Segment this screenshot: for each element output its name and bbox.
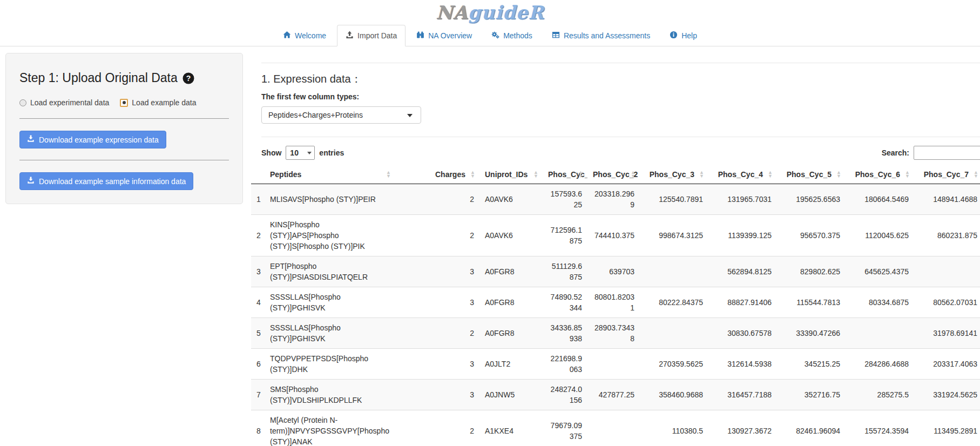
table-cell: 511129.6875 <box>543 256 587 287</box>
column-header-phos_cyc_4[interactable]: Phos_Cyc_4▲▼ <box>708 165 777 184</box>
radio-label: Load example data <box>132 98 196 107</box>
table-cell: 427877.25 <box>587 380 640 410</box>
radio-load-experimental[interactable]: Load experimental data <box>19 98 109 107</box>
table-cell: 80562.07031 <box>914 287 980 318</box>
sort-icon: ▲▼ <box>386 171 391 178</box>
question-circle-icon[interactable]: ? <box>183 72 194 84</box>
table-cell <box>640 318 708 349</box>
content-mid-divider <box>261 137 980 137</box>
tab-label: Help <box>681 31 697 40</box>
svg-text:?: ? <box>186 74 191 83</box>
table-cell: 316457.7188 <box>708 380 777 410</box>
table-cell: 110380.5 <box>640 410 708 446</box>
table-cell: 248274.0156 <box>543 380 587 410</box>
tab-label: Welcome <box>295 31 326 40</box>
table-cell: SSSSLLAS[Phospho (STY)]PGHISVK <box>265 318 395 349</box>
table-cell: 180664.5469 <box>846 184 914 215</box>
table-cell: 270359.5625 <box>640 349 708 380</box>
table-cell: A0FGR8 <box>479 287 543 318</box>
table-cell: TQDPVPPETPSDS[Phospho (STY)]DHK <box>265 349 395 380</box>
table-cell: A0JNW5 <box>479 380 543 410</box>
table-cell: 639703 <box>587 256 640 287</box>
column-header-label: Peptides <box>270 170 301 179</box>
column-header-phos_cyc_6[interactable]: Phos_Cyc_6▲▼ <box>846 165 914 184</box>
download-icon <box>27 177 35 186</box>
sort-icon: ▲▼ <box>699 171 704 178</box>
table-cell: 331924.5625 <box>914 380 980 410</box>
button-label: Download example sample information data <box>39 177 186 186</box>
table-cell: 645625.4375 <box>846 256 914 287</box>
home-icon <box>283 31 291 40</box>
column-header-phos_cyc_3[interactable]: Phos_Cyc_3▲▼ <box>640 165 708 184</box>
column-header-phos_cyc_1[interactable]: Phos_Cyc_1▲▼ <box>543 165 587 184</box>
tab-help[interactable]: Help <box>661 25 706 46</box>
column-header-uniprot_ids[interactable]: Uniprot_IDs▲▼ <box>479 165 543 184</box>
tab-label: NA Overview <box>428 31 472 40</box>
page-size-select[interactable]: 10 <box>286 146 315 160</box>
app-logo: NAguideR <box>0 0 980 24</box>
table-cell: 1139399.125 <box>708 215 777 256</box>
column-header-phos_cyc_5[interactable]: Phos_Cyc_5▲▼ <box>777 165 846 184</box>
tab-na-overview[interactable]: NA Overview <box>408 25 481 46</box>
table-cell: 1120045.625 <box>846 215 914 256</box>
table-cell: 3 <box>395 256 479 287</box>
column-header-peptides[interactable]: Peptides▲▼ <box>265 165 395 184</box>
tab-results-assessments[interactable]: Results and Assessments <box>543 25 659 46</box>
column-types-select[interactable]: Peptides+Charges+Proteins <box>261 106 421 124</box>
table-header-row: Peptides▲▼Charges▲▼Uniprot_IDs▲▼Phos_Cyc… <box>251 165 980 184</box>
column-header-label: Uniprot_IDs <box>485 170 528 179</box>
table-row: 8M[Acetyl (Protein N-term)]NPVYSPGSSGVPY… <box>251 410 980 446</box>
table-cell: 2 <box>395 410 479 446</box>
radio-load-example[interactable]: Load example data <box>120 98 196 107</box>
radio-selected-icon <box>120 99 128 107</box>
table-cell: A0AVK6 <box>479 215 543 256</box>
column-header-phos_cyc_2[interactable]: Phos_Cyc_2▲▼ <box>587 165 640 184</box>
show-label: Show <box>261 148 281 157</box>
download-expression-button[interactable]: Download example expression data <box>19 131 166 148</box>
table-cell: EPT[Phospho (STY)]PSIASDISLPIATQELR <box>265 256 395 287</box>
table-controls: Show 10 entries Search: <box>261 146 980 160</box>
data-source-radio-group: Load experimental data Load example data <box>19 98 229 107</box>
table-cell: 6 <box>251 349 265 380</box>
table-cell: 8 <box>251 410 265 446</box>
radio-label: Load experimental data <box>30 98 109 107</box>
column-header-charges[interactable]: Charges▲▼ <box>395 165 479 184</box>
sort-icon: ▲▼ <box>768 171 773 178</box>
table-cell: 74890.52344 <box>543 287 587 318</box>
table-cell: A0FGR8 <box>479 256 543 287</box>
binoculars-icon <box>416 31 424 40</box>
table-row: 2KINS[Phospho (STY)]APS[Phospho (STY)]S[… <box>251 215 980 256</box>
table-cell: 3 <box>251 256 265 287</box>
column-header-label: Phos_Cyc_5 <box>787 170 832 179</box>
download-sample-info-button[interactable]: Download example sample information data <box>19 172 193 190</box>
column-header-index <box>251 165 265 184</box>
tab-methods[interactable]: Methods <box>483 25 541 46</box>
table-cell: 358460.9688 <box>640 380 708 410</box>
step1-title-text: Step 1: Upload Original Data <box>19 71 178 85</box>
sort-icon: ▲▼ <box>533 171 538 178</box>
button-label: Download example expression data <box>39 136 159 144</box>
download-icon <box>27 135 35 144</box>
table-icon <box>552 31 560 40</box>
table-cell: 28903.73438 <box>587 318 640 349</box>
table-cell: A1KXE4 <box>479 410 543 446</box>
column-header-label: Phos_Cyc_3 <box>650 170 694 179</box>
sort-icon: ▲▼ <box>631 171 636 178</box>
tab-import-data[interactable]: Import Data <box>337 25 405 46</box>
logo-text-na: NA <box>436 2 468 23</box>
table-cell: 113495.2891 <box>914 410 980 446</box>
search-input[interactable] <box>914 146 980 160</box>
tab-welcome[interactable]: Welcome <box>274 25 335 46</box>
table-cell: 131965.7031 <box>708 184 777 215</box>
table-cell: 31978.69141 <box>914 318 980 349</box>
table-cell: 4 <box>251 287 265 318</box>
main-tabs: Welcome Import Data NA Overview Methods … <box>0 24 980 46</box>
column-header-phos_cyc_7[interactable]: Phos_Cyc_7▲▼ <box>914 165 980 184</box>
table-cell: 115544.7813 <box>777 287 846 318</box>
table-cell: 34336.85938 <box>543 318 587 349</box>
table-cell: SMS[Phospho (STY)]VDLSHIPLKDPLLFK <box>265 380 395 410</box>
table-cell: 3 <box>395 287 479 318</box>
table-cell: A0FGR8 <box>479 318 543 349</box>
sort-icon: ▲▼ <box>974 171 978 178</box>
table-cell: 195625.6563 <box>777 184 846 215</box>
